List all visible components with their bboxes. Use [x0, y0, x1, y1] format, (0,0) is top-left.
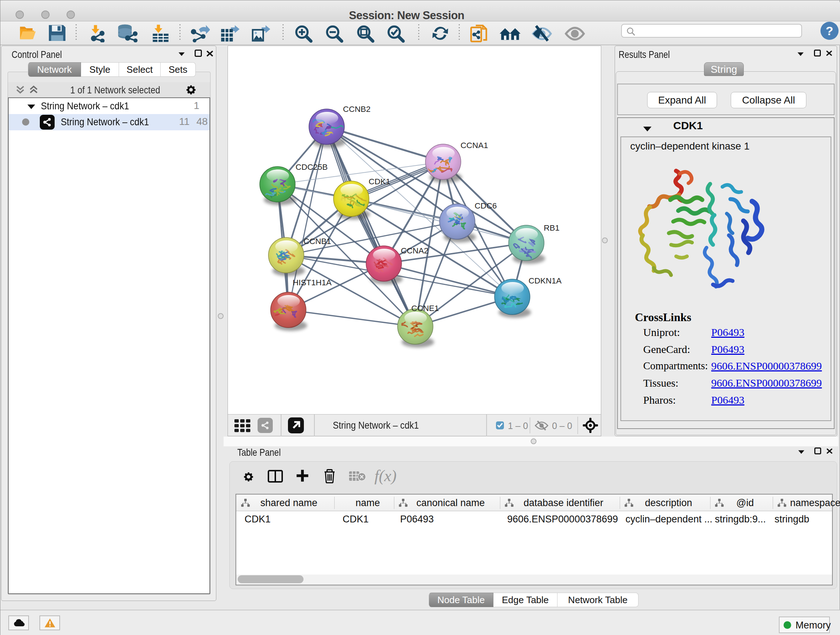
svg-text:CCNB1: CCNB1: [303, 237, 331, 246]
svg-text:CCNA2: CCNA2: [401, 246, 428, 255]
svg-text:RB1: RB1: [544, 223, 560, 233]
svg-text:CCNE1: CCNE1: [411, 304, 439, 313]
svg-text:HIST1H1A: HIST1H1A: [293, 278, 332, 287]
svg-text:CCNA1: CCNA1: [461, 141, 488, 150]
svg-text:CDC25B: CDC25B: [295, 163, 328, 172]
svg-text:CCNB2: CCNB2: [343, 105, 370, 114]
svg-text:CDC6: CDC6: [475, 201, 497, 211]
svg-text:CDKN1A: CDKN1A: [529, 276, 561, 285]
svg-text:CDK1: CDK1: [369, 177, 390, 186]
